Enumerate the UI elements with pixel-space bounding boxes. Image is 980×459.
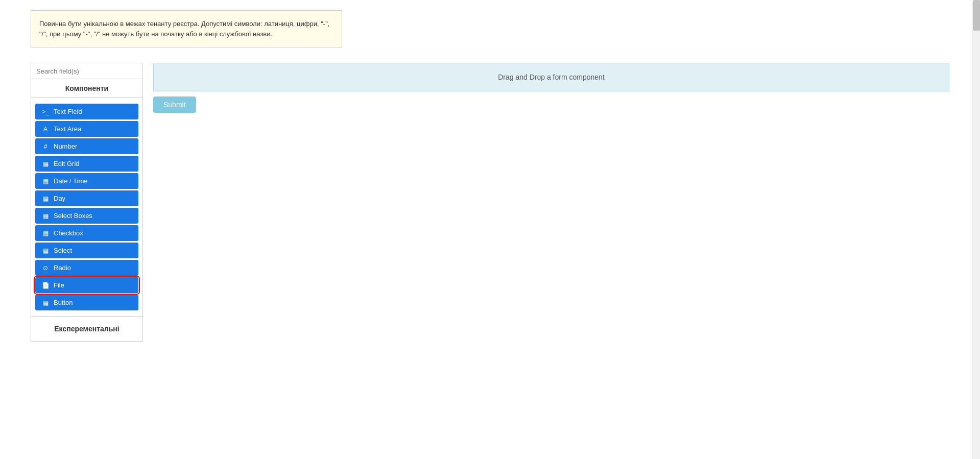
search-input[interactable] (36, 67, 137, 75)
component-btn-radio[interactable]: ⊙ Radio (35, 260, 138, 276)
text-area-label: Text Area (54, 125, 81, 133)
text-field-label: Text Field (54, 108, 82, 115)
scrollbar-thumb[interactable] (973, 0, 980, 31)
component-btn-day[interactable]: ▦ Day (35, 190, 138, 206)
edit-grid-icon: ▦ (41, 160, 50, 167)
select-boxes-icon: ▦ (41, 212, 50, 220)
day-label: Day (54, 195, 65, 202)
component-btn-file[interactable]: 📄 File (35, 277, 138, 293)
component-btn-checkbox[interactable]: ▦ Checkbox (35, 225, 138, 241)
top-note-area: Повинна бути унікальною в межах тенанту … (0, 0, 980, 58)
tooltip-box: Повинна бути унікальною в межах тенанту … (31, 10, 342, 47)
components-list: >_ Text Field A Text Area # Number ▦ Edi… (31, 98, 143, 317)
components-header: Компоненти (31, 79, 143, 98)
submit-button[interactable]: Submit (153, 96, 196, 113)
number-label: Number (54, 142, 77, 150)
radio-label: Radio (54, 264, 71, 272)
form-builder-area: Drag and Drop a form component Submit (153, 63, 949, 449)
component-btn-date-time[interactable]: ▦ Date / Time (35, 173, 138, 189)
text-area-icon: A (41, 126, 50, 133)
date-time-icon: ▦ (41, 178, 50, 185)
day-icon: ▦ (41, 195, 50, 202)
component-btn-text-area[interactable]: A Text Area (35, 121, 138, 137)
date-time-label: Date / Time (54, 177, 87, 185)
select-label: Select (54, 247, 72, 254)
text-field-icon: >_ (41, 108, 50, 115)
number-icon: # (41, 143, 50, 150)
drag-drop-area[interactable]: Drag and Drop a form component (153, 63, 949, 91)
main-area: Компоненти >_ Text Field A Text Area # N… (0, 58, 980, 459)
search-field-wrapper[interactable] (31, 63, 143, 79)
component-btn-select[interactable]: ▦ Select (35, 243, 138, 258)
component-btn-select-boxes[interactable]: ▦ Select Boxes (35, 208, 138, 224)
sidebar: Компоненти >_ Text Field A Text Area # N… (31, 63, 143, 449)
button-icon: ▦ (41, 299, 50, 306)
checkbox-icon: ▦ (41, 230, 50, 237)
component-btn-text-field[interactable]: >_ Text Field (35, 104, 138, 119)
component-btn-button[interactable]: ▦ Button (35, 295, 138, 310)
component-btn-number[interactable]: # Number (35, 138, 138, 154)
edit-grid-label: Edit Grid (54, 160, 80, 167)
component-btn-edit-grid[interactable]: ▦ Edit Grid (35, 156, 138, 172)
select-boxes-label: Select Boxes (54, 212, 92, 220)
page-wrapper: Повинна бути унікальною в межах тенанту … (0, 0, 980, 459)
select-icon: ▦ (41, 247, 50, 254)
tooltip-text: Повинна бути унікальною в межах тенанту … (39, 20, 329, 38)
checkbox-label: Checkbox (54, 229, 83, 237)
drag-drop-label: Drag and Drop a form component (498, 73, 605, 81)
button-label: Button (54, 299, 73, 306)
file-label: File (54, 281, 64, 289)
radio-icon: ⊙ (41, 264, 50, 272)
scrollbar-track[interactable] (972, 0, 980, 459)
experimental-header: Експерементальні (31, 317, 143, 342)
file-icon: 📄 (41, 282, 50, 289)
